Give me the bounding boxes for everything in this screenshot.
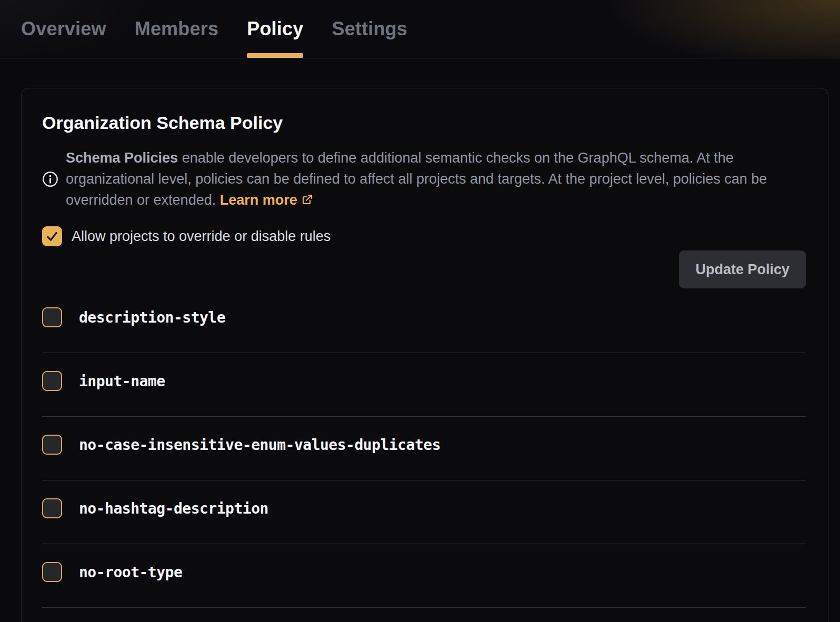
rule-checkbox[interactable] xyxy=(42,371,62,391)
rule-label: no-root-type xyxy=(79,564,182,581)
rule-label: no-case-insensitive-enum-values-duplicat… xyxy=(79,436,441,454)
rule-row: no-root-type xyxy=(42,544,806,608)
tab-policy[interactable]: Policy xyxy=(247,0,303,58)
rules-list: description-style input-name no-case-ins… xyxy=(42,289,806,608)
rule-checkbox[interactable] xyxy=(42,498,62,518)
page-title: Organization Schema Policy xyxy=(42,113,806,133)
rule-row: no-hashtag-description xyxy=(42,480,806,544)
schema-policy-card: Organization Schema Policy Schema Polici… xyxy=(21,88,828,622)
rule-checkbox[interactable] xyxy=(42,562,62,582)
policy-info: Schema Policies enable developers to def… xyxy=(42,147,806,210)
rule-row: no-case-insensitive-enum-values-duplicat… xyxy=(42,417,806,480)
tab-members[interactable]: Members xyxy=(135,0,218,58)
external-link-icon xyxy=(301,193,314,206)
rule-row: input-name xyxy=(42,353,806,417)
policy-description-lead: Schema Policies xyxy=(66,150,178,166)
learn-more-label: Learn more xyxy=(220,192,297,208)
tab-settings[interactable]: Settings xyxy=(332,0,407,58)
tab-bar: Overview Members Policy Settings xyxy=(0,0,840,58)
update-policy-button[interactable]: Update Policy xyxy=(679,250,806,288)
allow-override-checkbox[interactable] xyxy=(42,226,62,246)
rule-label: no-hashtag-description xyxy=(79,500,268,517)
allow-override-row: Allow projects to override or disable ru… xyxy=(42,226,806,246)
policy-description: Schema Policies enable developers to def… xyxy=(66,147,788,210)
info-icon xyxy=(42,171,58,187)
rule-row: description-style xyxy=(42,289,806,353)
rule-checkbox[interactable] xyxy=(42,307,62,327)
allow-override-label: Allow projects to override or disable ru… xyxy=(72,228,331,245)
rule-label: input-name xyxy=(79,373,165,390)
tab-overview[interactable]: Overview xyxy=(21,0,106,58)
button-row: Update Policy xyxy=(42,250,806,288)
rule-checkbox[interactable] xyxy=(42,435,62,455)
rule-label: description-style xyxy=(79,309,225,326)
learn-more-link[interactable]: Learn more xyxy=(220,192,314,208)
